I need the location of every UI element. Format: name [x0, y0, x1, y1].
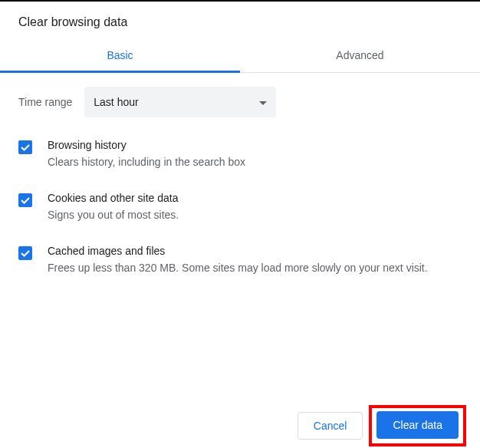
tab-basic[interactable]: Basic: [0, 38, 240, 72]
check-icon: [20, 195, 31, 206]
clear-data-button[interactable]: Clear data: [376, 411, 459, 439]
option-desc: Signs you out of most sites.: [48, 207, 179, 223]
cancel-button[interactable]: Cancel: [298, 412, 363, 440]
tab-advanced[interactable]: Advanced: [240, 38, 480, 72]
option-title: Cookies and other site data: [48, 192, 179, 204]
highlight-annotation: Clear data: [369, 405, 466, 446]
time-range-label: Time range: [18, 96, 72, 108]
time-range-row: Time range Last hour: [18, 87, 462, 117]
checkbox-cookies[interactable]: [18, 193, 32, 207]
option-desc: Frees up less than 320 MB. Some sites ma…: [48, 260, 428, 276]
tabs: Basic Advanced: [0, 38, 480, 73]
check-icon: [20, 248, 31, 259]
option-title: Cached images and files: [48, 245, 428, 257]
checkbox-browsing-history[interactable]: [18, 140, 32, 154]
option-cache: Cached images and files Frees up less th…: [18, 245, 462, 276]
check-icon: [20, 142, 31, 153]
dialog-footer: Cancel Clear data: [298, 405, 466, 446]
option-title: Browsing history: [48, 139, 245, 151]
dialog-title: Clear browsing data: [0, 2, 480, 38]
time-range-select[interactable]: Last hour: [84, 87, 276, 117]
checkbox-cache[interactable]: [18, 246, 32, 260]
time-range-value: Last hour: [94, 96, 138, 108]
dialog-content: Time range Last hour Browsing history Cl…: [0, 73, 480, 276]
option-desc: Clears history, including in the search …: [48, 154, 245, 170]
chevron-down-icon: [259, 96, 267, 108]
option-browsing-history: Browsing history Clears history, includi…: [18, 139, 462, 170]
option-cookies: Cookies and other site data Signs you ou…: [18, 192, 462, 223]
